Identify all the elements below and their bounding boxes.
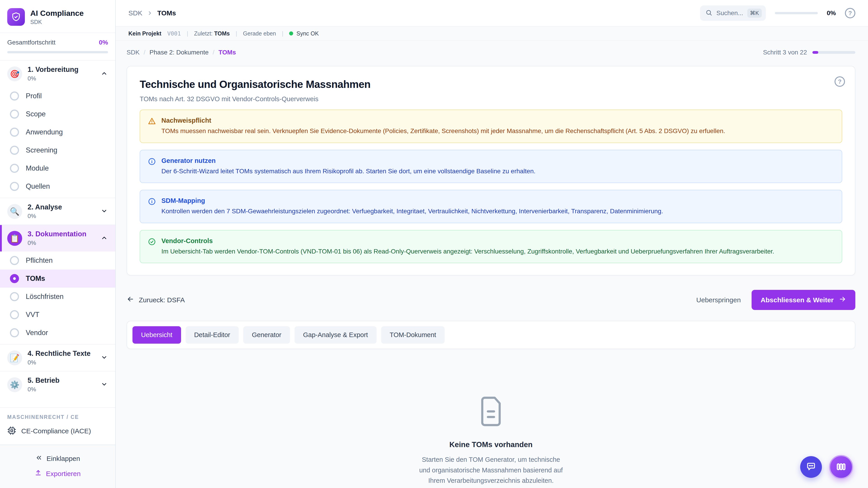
export-button[interactable]: Exportieren — [0, 466, 115, 481]
step-circle-icon — [10, 164, 19, 173]
sidebar-item-screening[interactable]: Screening — [0, 141, 115, 159]
upload-icon — [35, 469, 42, 478]
tabs-bar: Uebersicht Detail-Editor Generator Gap-A… — [127, 321, 855, 349]
page-title: Technische und Organisatorische Massnahm… — [140, 78, 842, 90]
overall-progress-bar — [7, 51, 108, 53]
card-help-icon[interactable]: ? — [835, 76, 845, 87]
content-area: SDK / Phase 2: Dokumente / TOMs Schritt … — [116, 41, 868, 488]
sidebar-item-ce-compliance[interactable]: CE-Compliance (IACE) — [7, 420, 108, 442]
complete-next-button[interactable]: Abschliessen & Weiter — [752, 290, 855, 310]
step-circle-icon — [10, 328, 19, 337]
header-progress-value: 0% — [827, 9, 836, 17]
empty-state-description: Starten Sie den TOM Generator, um techni… — [416, 454, 565, 486]
collapse-sidebar-button[interactable]: Einklappen — [0, 451, 115, 466]
chevron-down-icon — [101, 381, 107, 389]
statusbar: Kein Projekt V001 | Zuletzt: TOMs | Gera… — [116, 27, 868, 41]
step-circle-icon — [10, 128, 19, 137]
nav-section-dokumentation: 📋 3. Dokumentation 0% Pflichten — [0, 225, 115, 344]
gear-icon: ⚙️ — [7, 377, 22, 392]
help-icon[interactable]: ? — [845, 8, 855, 18]
version-badge: V001 — [167, 30, 181, 37]
sidebar-nav: 🎯 1. Vorbereitung 0% Profil — [0, 60, 115, 488]
empty-state-title: Keine TOMs vorhanden — [450, 440, 532, 449]
sidebar-item-vendor[interactable]: Vendor — [0, 324, 115, 342]
app-logo-block: AI Compliance SDK — [0, 0, 115, 33]
step-circle-icon — [10, 92, 19, 101]
breadcrumb-phase[interactable]: Phase 2: Dokumente — [149, 49, 209, 56]
sidebar-item-vvt[interactable]: VVT — [0, 306, 115, 324]
sidebar-item-pflichten[interactable]: Pflichten — [0, 252, 115, 269]
arrow-right-icon — [839, 295, 846, 304]
sidebar-item-anwendung[interactable]: Anwendung — [0, 123, 115, 141]
skip-button[interactable]: Ueberspringen — [696, 296, 741, 304]
section-header-analyse[interactable]: 🔍 2. Analyse 0% — [0, 198, 115, 225]
step-circle-icon — [10, 256, 19, 265]
topbar: SDK TOMs Suchen... ⌘K 0% ? — [116, 0, 868, 27]
step-progress-bar — [812, 51, 855, 54]
project-name: Kein Projekt — [128, 30, 161, 37]
tab-gap-analyse-export[interactable]: Gap-Analyse & Export — [294, 326, 377, 344]
app-root: AI Compliance SDK Gesamtfortschritt 0% 🎯… — [0, 0, 868, 488]
overall-progress-label: Gesamtfortschritt — [7, 39, 55, 46]
section-header-vorbereitung[interactable]: 🎯 1. Vorbereitung 0% — [0, 61, 115, 87]
search-placeholder: Suchen... — [716, 9, 743, 17]
sidebar-item-loeschfristen[interactable]: Löschfristen — [0, 288, 115, 306]
sidebar-item-scope[interactable]: Scope — [0, 105, 115, 123]
header-progress-bar — [775, 12, 818, 14]
back-button[interactable]: Zurueck: DSFA — [127, 295, 185, 304]
step-circle-icon — [10, 292, 19, 301]
last-saved-time: Gerade eben — [243, 30, 276, 37]
search-icon — [706, 9, 712, 17]
step-label: Schritt 3 von 22 — [763, 49, 807, 56]
section-header-betrieb[interactable]: ⚙️ 5. Betrieb 0% — [0, 371, 115, 398]
machine-section-label: MASCHINENRECHT / CE — [7, 414, 108, 420]
topbar-breadcrumb: SDK TOMs — [128, 9, 176, 17]
tab-tom-dokument[interactable]: TOM-Dokument — [381, 326, 445, 344]
tab-generator[interactable]: Generator — [243, 326, 290, 344]
sidebar-item-toms[interactable]: TOMs — [0, 269, 115, 288]
chat-bubble-icon — [806, 462, 816, 473]
step-circle-icon — [10, 109, 19, 119]
floating-buttons — [800, 455, 853, 479]
shield-check-icon — [7, 8, 25, 26]
wizard-nav-row: Zurueck: DSFA Ueberspringen Abschliessen… — [127, 290, 855, 310]
last-visited: Zuletzt: TOMs — [194, 30, 230, 37]
clipboard-icon: 📋 — [7, 231, 22, 246]
info-icon — [148, 158, 156, 176]
magnifier-icon: 🔍 — [7, 204, 22, 219]
step-circle-icon — [10, 310, 19, 319]
page-breadcrumb-row: SDK / Phase 2: Dokumente / TOMs Schritt … — [127, 49, 855, 56]
sidebar-item-module[interactable]: Module — [0, 159, 115, 177]
chip-icon — [7, 426, 16, 436]
nav-section-rechtliche-texte: 📝 4. Rechtliche Texte 0% — [0, 344, 115, 371]
breadcrumb-toms: TOMs — [219, 49, 236, 56]
sidebar-item-profil[interactable]: Profil — [0, 87, 115, 105]
tab-detail-editor[interactable]: Detail-Editor — [186, 326, 239, 344]
sidebar-item-quellen[interactable]: Quellen — [0, 177, 115, 195]
overall-progress-value: 0% — [99, 39, 108, 46]
info-icon — [148, 197, 156, 216]
sidebar-footer: Einklappen Exportieren — [0, 445, 115, 488]
page-subtitle: TOMs nach Art. 32 DSGVO mit Vendor-Contr… — [140, 95, 842, 103]
step-circle-active-icon — [10, 274, 19, 283]
nav-section-vorbereitung: 🎯 1. Vorbereitung 0% Profil — [0, 60, 115, 198]
breadcrumb-root[interactable]: SDK — [128, 9, 143, 17]
chevron-down-icon — [101, 207, 107, 215]
breadcrumb-sdk[interactable]: SDK — [127, 49, 140, 56]
document-icon — [477, 396, 505, 427]
chevron-right-icon — [147, 10, 153, 16]
alert-generator-nutzen: Generator nutzen Der 6-Schritt-Wizard le… — [140, 150, 842, 183]
sync-status: Sync OK — [289, 30, 319, 37]
alert-nachweispflicht: Nachweispflicht TOMs muessen nachweisbar… — [140, 109, 842, 143]
machine-section: MASCHINENRECHT / CE CE-Compliance (IACE) — [0, 408, 115, 445]
panels-fab-button[interactable] — [829, 455, 853, 479]
page-breadcrumb: SDK / Phase 2: Dokumente / TOMs — [127, 49, 236, 56]
nav-section-analyse: 🔍 2. Analyse 0% — [0, 198, 115, 225]
tab-uebersicht[interactable]: Uebersicht — [132, 326, 181, 344]
chevron-up-icon — [101, 70, 107, 78]
section-header-dokumentation[interactable]: 📋 3. Dokumentation 0% — [0, 225, 115, 252]
section-header-rechtliche-texte[interactable]: 📝 4. Rechtliche Texte 0% — [0, 345, 115, 371]
chat-fab-button[interactable] — [800, 456, 822, 478]
search-input[interactable]: Suchen... ⌘K — [700, 5, 766, 21]
sync-ok-dot-icon — [289, 31, 293, 35]
